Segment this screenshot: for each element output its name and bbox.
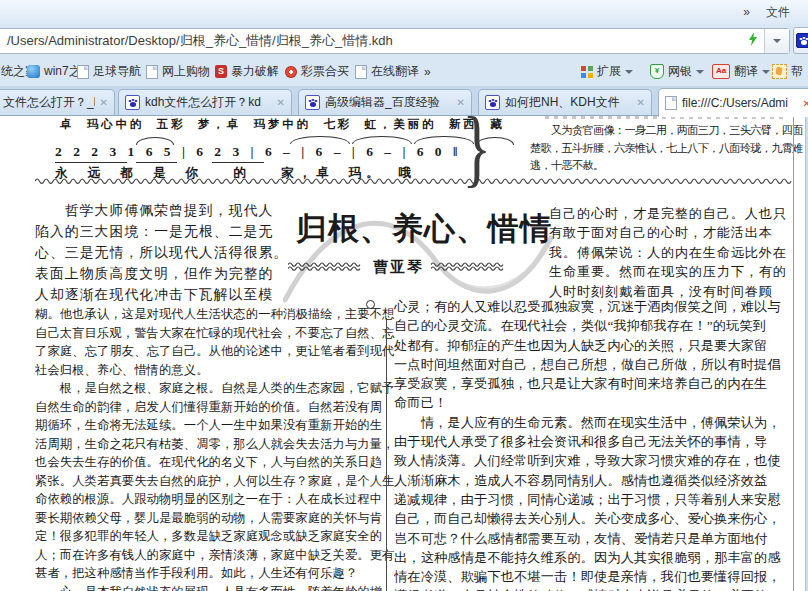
bookmark-football[interactable]: 足球导航 bbox=[77, 58, 141, 85]
more-menus-chevron[interactable]: » bbox=[743, 5, 750, 19]
text-line: 心、三是无情，所以现代人活得很累。 bbox=[35, 242, 293, 263]
tab-2[interactable]: kdh文件怎么打开？kd ✕ bbox=[118, 89, 292, 115]
right-column-upper: 自己的心时，才是完整的自己。人也只有敢于面对自己的心时，才能活出本我。傅佩荣说：… bbox=[549, 204, 796, 301]
lottery-icon bbox=[285, 66, 297, 78]
beam-line bbox=[55, 162, 127, 163]
text-line: 有敢于面对自己的心时，才能活出本 bbox=[549, 223, 796, 242]
top-right-paragraph: 又为贪官画像：一身二用，两面三刀，三头六臂，四面楚歌，五斗折腰，六亲惟认，七上八… bbox=[530, 122, 794, 175]
slur-arc bbox=[136, 137, 174, 145]
address-input[interactable]: /Users/Administrator/Desktop/归根_养心_惜情/归根… bbox=[0, 28, 790, 54]
toolbar-ebank[interactable]: 网银 bbox=[650, 58, 704, 85]
beam-line bbox=[136, 162, 177, 163]
text-line: 人却逐渐在现代化冲击下瓦解以至模 bbox=[35, 284, 293, 305]
toolbar-label: 扩展 bbox=[597, 63, 621, 80]
close-icon[interactable]: ✕ bbox=[457, 97, 465, 108]
toolbar-label: 网银 bbox=[668, 63, 692, 80]
text-line: 期循环，生命将无法延续。一个人一生中如果没有重新开始的生 bbox=[35, 416, 387, 435]
text-line: 自己的心时，才是完整的自己。人也只 bbox=[549, 204, 796, 223]
text-line: 懂得孝道！人是社会性的动物，感情对人来说是必需的、必要的， bbox=[394, 586, 796, 591]
toolbar-translate[interactable]: 翻译 bbox=[712, 58, 770, 85]
page-icon bbox=[355, 65, 367, 79]
text-line: 我。傅佩荣说：人的内在生命远比外在 bbox=[549, 243, 796, 262]
text-line: 心灵；有的人又难以忍受孤独寂寞，沉迷于酒肉假笑之间，难以与 bbox=[394, 297, 796, 316]
address-text[interactable]: /Users/Administrator/Desktop/归根_养心_惜情/归根… bbox=[0, 32, 742, 50]
chevron-down-icon bbox=[773, 39, 781, 47]
tab-5-active[interactable]: file:///C:/Users/Admi ✕ bbox=[658, 88, 808, 117]
translate-icon bbox=[712, 64, 730, 79]
lightning-icon[interactable] bbox=[742, 32, 764, 50]
slur-arc bbox=[290, 136, 350, 144]
bookmark-label: 在线翻译 bbox=[371, 63, 419, 80]
chevron-right-icon: » bbox=[424, 65, 431, 79]
baidu-paw-icon bbox=[796, 33, 808, 48]
text-line: 表面上物质高度文明，但作为完整的 bbox=[35, 263, 293, 284]
page-icon bbox=[77, 65, 89, 79]
address-dropdown-button[interactable] bbox=[764, 29, 789, 53]
text-line: 糊。他也承认，这是对现代人生活状态的一种消极描绘，主要不想 bbox=[35, 305, 387, 324]
text-line: 甚者，把这种感情当作手段利用。如此，人生还有何乐趣？ bbox=[35, 564, 387, 583]
tab-title: kdh文件怎么打开？kd bbox=[145, 94, 272, 111]
toolbar-label: 帮 bbox=[791, 63, 803, 80]
text-line: 享受寂寞，享受孤独，也只是让大家有时间来培养自己的内在生 bbox=[394, 374, 796, 393]
text-line: 定！很多犯罪的年轻人，多数是缺乏家庭观念或缺乏家庭安全的 bbox=[35, 527, 387, 546]
tab-strip: 文件怎么打开？_k ✕ kdh文件怎么打开？kd ✕ 高级编辑器_百度经验 ✕ … bbox=[0, 86, 808, 116]
extensions-icon bbox=[581, 66, 593, 78]
text-line: 出，这种感情是不能持久维系的。因为人其实很脆弱，那丰富的感 bbox=[394, 548, 796, 567]
text-line: 命而已！ bbox=[394, 393, 796, 412]
document-viewport[interactable]: 卓 玛心中的 五彩 梦，卓 玛梦中的 七彩 虹，美丽的 新西 藏 2 2 2 3… bbox=[0, 116, 808, 591]
browser-window: » 文件 /Users/Administrator/Desktop/归根_养心_… bbox=[0, 0, 808, 591]
crack-icon bbox=[215, 65, 227, 78]
baidu-search-button[interactable] bbox=[793, 27, 808, 54]
bookmarks-overflow-chevron[interactable]: » bbox=[424, 58, 431, 85]
bookmark-shopping[interactable]: 网上购物 bbox=[146, 58, 210, 85]
text-line: 岂不可悲？什么感情都需要互动，友情、爱情若只是单方面地付 bbox=[394, 529, 796, 548]
bookmark-label: 暴力破解 bbox=[231, 63, 279, 80]
tab-4[interactable]: 如何把NH、KDH文件 ✕ bbox=[478, 89, 652, 115]
text-line: 逃，十恶不赦。 bbox=[530, 157, 794, 175]
wavy-divider bbox=[35, 178, 793, 185]
text-line: 要长期依赖父母，婴儿是最脆弱的动物，人需要家庭的关怀与肯 bbox=[35, 509, 387, 528]
article-byline: 曹亚琴 bbox=[288, 258, 548, 277]
left-column-upper: 哲学大师傅佩荣曾提到，现代人陷入的三大困境：一是无根、二是无心、三是无情，所以现… bbox=[35, 200, 293, 305]
title-bar: » 文件 bbox=[0, 0, 808, 24]
score-notation: 2 2 2 3 1 6 5 | 6 2 3 | 6 – | 6 – | 6 – … bbox=[55, 144, 460, 160]
text-line: 命依赖的根源。人跟动物明显的区别之一在于：人在成长过程中 bbox=[35, 490, 387, 509]
bookmark-label: 彩票合买 bbox=[301, 63, 349, 80]
bookmark-crack[interactable]: 暴力破解 bbox=[215, 58, 279, 85]
byline-wave bbox=[288, 262, 366, 272]
text-line: 心，是本我自然状态的展现。人具有多面性，随着年龄的增 bbox=[35, 583, 387, 591]
bookmark-label: 足球导航 bbox=[93, 63, 141, 80]
toolbar-help[interactable]: 帮 bbox=[772, 58, 803, 85]
chevron-down-icon bbox=[625, 70, 633, 78]
text-line: 自己太盲目乐观，警告大家在忙碌的现代社会，不要忘了自然、忘 bbox=[35, 324, 387, 343]
toolbar-extensions[interactable]: 扩展 bbox=[581, 58, 633, 85]
chevron-down-icon bbox=[762, 70, 770, 78]
text-line: 生命重要。然而在现实的压力下，有的 bbox=[549, 262, 796, 281]
bookmark-lottery[interactable]: 彩票合买 bbox=[285, 58, 349, 85]
bookmark-win7[interactable]: win7之 bbox=[27, 58, 81, 85]
close-icon[interactable]: ✕ bbox=[277, 97, 285, 108]
right-column-main: 心灵；有的人又难以忍受孤独寂寞，沉迷于酒肉假笑之间，难以与自己的心灵交流。在现代… bbox=[394, 297, 796, 591]
article-author: 曹亚琴 bbox=[373, 258, 424, 277]
close-icon[interactable]: ✕ bbox=[803, 98, 808, 109]
text-line: 活周期，生命之花只有枯萎、凋零，那么人就会失去活力与力量， bbox=[35, 435, 387, 454]
toolbar-label: 翻译 bbox=[734, 63, 758, 80]
text-line: 紧张。人类若真要失去自然的庇护，人何以生存？家庭，是个人生 bbox=[35, 472, 387, 491]
tab-3[interactable]: 高级编辑器_百度经验 ✕ bbox=[298, 89, 472, 115]
baidu-paw-icon bbox=[125, 95, 140, 110]
column-divider bbox=[386, 318, 387, 591]
score-lyrics-top: 卓 玛心中的 五彩 梦，卓 玛梦中的 七彩 虹，美丽的 新西 藏 bbox=[60, 117, 505, 132]
text-line: 自己的心灵交流。在现代社会，类似“我抑郁我存在！”的玩笑到 bbox=[394, 316, 796, 335]
file-menu[interactable]: 文件 bbox=[766, 4, 790, 21]
close-icon[interactable]: ✕ bbox=[100, 97, 108, 108]
text-line: 情，是人应有的生命元素。然而在现实生活中，傅佩荣认为， bbox=[394, 413, 796, 432]
tab-title: 如何把NH、KDH文件 bbox=[505, 94, 632, 111]
text-line: 自然生命的韵律，启发人们懂得重新开始的价值。自然若没有周 bbox=[35, 398, 387, 417]
text-line: 递减规律，由于习惯，同情心递减；出于习惯，只等着别人来安慰 bbox=[394, 490, 796, 509]
tab-1[interactable]: 文件怎么打开？_k ✕ bbox=[0, 89, 115, 115]
page-icon bbox=[146, 65, 158, 79]
text-line: 又为贪官画像：一身二用，两面三刀，三头六臂，四面 bbox=[530, 122, 794, 140]
bookmarks-bar: 统之家 win7之 足球导航 网上购物 暴力破解 彩票合买 在线翻译 » 扩展 … bbox=[0, 58, 808, 87]
close-icon[interactable]: ✕ bbox=[637, 97, 645, 108]
bookmark-translate-online[interactable]: 在线翻译 bbox=[355, 58, 419, 85]
